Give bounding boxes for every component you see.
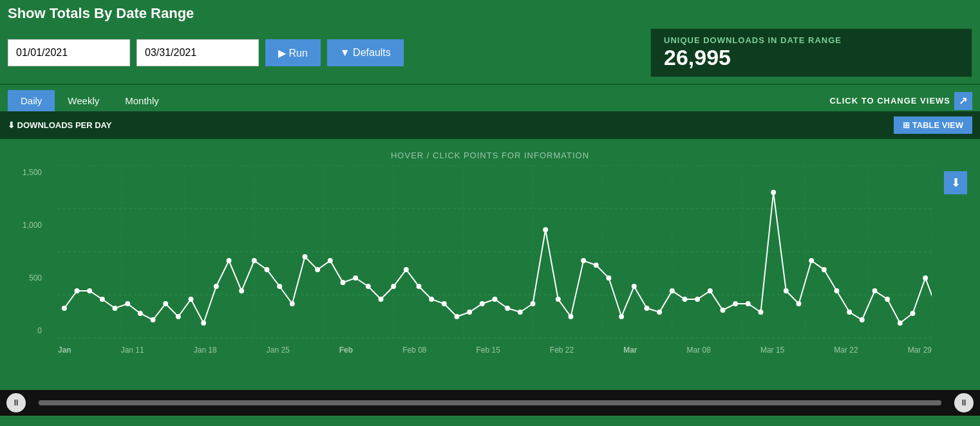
data-point[interactable] (201, 320, 206, 326)
data-point[interactable] (442, 301, 447, 306)
data-point[interactable] (151, 317, 156, 322)
data-point[interactable] (834, 288, 840, 293)
data-point[interactable] (315, 267, 320, 272)
data-point[interactable] (252, 258, 257, 263)
data-point[interactable] (493, 297, 498, 302)
data-point[interactable] (543, 227, 548, 232)
data-point[interactable] (569, 314, 574, 319)
y-label-1000: 1,000 (23, 221, 42, 230)
data-point[interactable] (505, 306, 510, 311)
data-point[interactable] (125, 301, 130, 306)
change-views-label: CLICK TO CHANGE VIEWS (829, 96, 950, 106)
data-point[interactable] (607, 275, 612, 281)
hover-label: HOVER / CLICK POINTS FOR INFORMATION (13, 145, 967, 165)
stats-label: UNIQUE DOWNLOADS IN DATE RANGE (664, 35, 959, 45)
data-point[interactable] (670, 288, 675, 293)
data-point[interactable] (227, 258, 232, 263)
data-point[interactable] (417, 284, 422, 289)
data-point[interactable] (657, 310, 662, 315)
data-point[interactable] (771, 190, 776, 195)
data-point[interactable] (923, 275, 928, 281)
data-point[interactable] (62, 306, 67, 311)
data-point[interactable] (379, 297, 384, 302)
x-label-jan25: Jan 25 (267, 346, 290, 355)
data-point[interactable] (290, 301, 295, 306)
data-point[interactable] (695, 297, 700, 302)
table-view-button[interactable]: ⊞ TABLE VIEW (894, 116, 972, 134)
data-point[interactable] (480, 301, 485, 306)
data-point[interactable] (455, 314, 460, 319)
data-point[interactable] (708, 288, 713, 293)
arrow-icon: ↗ (954, 92, 972, 110)
y-label-0: 0 (37, 326, 42, 335)
x-label-mar: Mar (623, 346, 637, 355)
tab-weekly[interactable]: Weekly (55, 90, 112, 111)
data-point[interactable] (265, 267, 270, 272)
data-point[interactable] (746, 301, 751, 306)
data-point[interactable] (632, 284, 637, 289)
data-point[interactable] (809, 258, 814, 263)
scroll-handle-left[interactable]: II (6, 393, 26, 412)
data-point[interactable] (872, 288, 878, 293)
scrollbar-area: II II (0, 390, 980, 416)
scroll-handle-right[interactable]: II (954, 393, 974, 412)
data-point[interactable] (429, 297, 434, 302)
data-point[interactable] (113, 306, 118, 311)
data-point[interactable] (303, 254, 308, 259)
data-point[interactable] (277, 284, 282, 289)
data-point[interactable] (796, 301, 802, 306)
data-point[interactable] (328, 258, 333, 263)
data-point[interactable] (581, 258, 586, 263)
tabs-group: Daily Weekly Monthly (8, 90, 172, 111)
page-title: Show Totals By Date Range (8, 5, 972, 22)
data-point[interactable] (885, 297, 890, 302)
download-chart-button[interactable]: ⬇ (944, 171, 967, 194)
data-point[interactable] (733, 301, 738, 306)
data-point[interactable] (353, 275, 358, 281)
data-point[interactable] (619, 314, 624, 319)
data-point[interactable] (100, 297, 105, 302)
data-point[interactable] (898, 320, 903, 326)
change-views-button[interactable]: CLICK TO CHANGE VIEWS ↗ (829, 92, 972, 110)
data-point[interactable] (910, 311, 916, 316)
date-start-input[interactable] (8, 39, 130, 66)
data-point[interactable] (341, 280, 346, 285)
data-point[interactable] (759, 310, 764, 315)
data-point[interactable] (163, 301, 168, 306)
data-point[interactable] (721, 308, 726, 313)
tab-monthly[interactable]: Monthly (112, 90, 172, 111)
data-point[interactable] (87, 288, 92, 293)
tab-daily[interactable]: Daily (8, 90, 55, 111)
data-point[interactable] (822, 267, 827, 272)
data-point[interactable] (214, 284, 219, 289)
data-point[interactable] (239, 288, 244, 293)
data-point[interactable] (189, 297, 194, 302)
data-point[interactable] (847, 310, 852, 315)
defaults-button[interactable]: ▼ Defaults (327, 39, 404, 66)
data-point[interactable] (518, 310, 523, 315)
data-point[interactable] (75, 288, 80, 293)
controls-row: ▶ Run ▼ Defaults UNIQUE DOWNLOADS IN DAT… (8, 28, 972, 77)
data-point[interactable] (404, 267, 409, 272)
data-point[interactable] (556, 297, 561, 302)
date-end-input[interactable] (137, 39, 259, 66)
data-point[interactable] (138, 311, 143, 316)
data-point[interactable] (366, 284, 371, 289)
data-point[interactable] (531, 301, 536, 306)
data-point[interactable] (860, 317, 865, 322)
data-point[interactable] (594, 263, 599, 268)
data-point[interactable] (391, 284, 396, 289)
data-point[interactable] (645, 306, 650, 311)
chart-container: Jan Jan 11 Jan 18 Jan 25 Feb Feb 08 Feb … (58, 165, 932, 349)
data-point[interactable] (784, 288, 789, 293)
data-point[interactable] (176, 314, 181, 319)
data-point[interactable] (467, 310, 472, 315)
y-label-1500: 1,500 (23, 168, 42, 177)
y-label-500: 500 (29, 273, 42, 282)
scrollbar-thumb[interactable] (39, 400, 941, 405)
x-label-mar15: Mar 15 (760, 346, 784, 355)
scrollbar-track[interactable] (39, 400, 941, 405)
run-button[interactable]: ▶ Run (265, 39, 321, 66)
scroll-right-icon: II (962, 398, 966, 407)
data-point[interactable] (683, 297, 688, 302)
